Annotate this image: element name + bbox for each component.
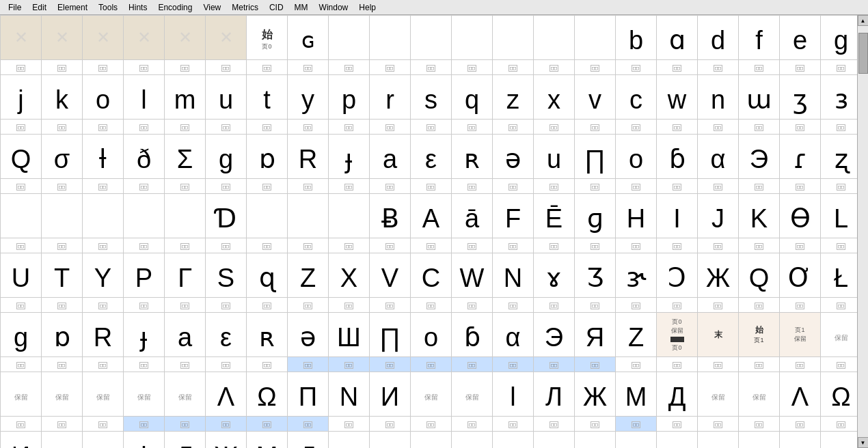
glyph-cell[interactable] [411, 16, 452, 60]
glyph-cell[interactable]: J [698, 194, 739, 238]
glyph-cell[interactable]: Л [165, 432, 206, 449]
glyph-cell-reserved[interactable]: 保留 [165, 372, 206, 417]
glyph-cell[interactable]: L [821, 194, 858, 238]
glyph-cell-fcq[interactable]: FC? [698, 432, 739, 449]
glyph-cell[interactable]: ɯ [739, 75, 780, 120]
glyph-cell-reserved[interactable]: 保留 [83, 372, 124, 417]
glyph-cell[interactable]: l [493, 372, 534, 417]
glyph-cell[interactable]: d [698, 16, 739, 60]
glyph-cell[interactable]: K [739, 194, 780, 238]
glyph-cell-special[interactable]: 末 [698, 313, 739, 357]
glyph-cell[interactable]: Ж [698, 253, 739, 298]
glyph-cell[interactable]: ɋ [247, 253, 288, 298]
glyph-cell[interactable]: N [493, 253, 534, 298]
glyph-cell[interactable]: o [411, 313, 452, 357]
menu-mm[interactable]: MM [289, 1, 314, 14]
glyph-cell-reserved[interactable]: 保留 [534, 432, 575, 449]
glyph-cell[interactable]: g [1, 313, 42, 357]
glyph-cell-fc3[interactable]: FC3 [657, 432, 698, 449]
glyph-cell-reserved[interactable]: 保留 [739, 372, 780, 417]
glyph-cell[interactable]: ɢ [288, 16, 329, 60]
glyph-cell[interactable]: R [288, 135, 329, 179]
glyph-cell[interactable]: ʒ [780, 75, 821, 120]
glyph-cell[interactable]: М [247, 432, 288, 449]
glyph-cell[interactable]: ɟ [329, 135, 370, 179]
glyph-cell[interactable]: Z [616, 313, 657, 357]
scroll-track[interactable] [858, 26, 869, 437]
glyph-cell[interactable]: ∏ [370, 313, 411, 357]
glyph-cell[interactable]: f [739, 16, 780, 60]
glyph-cell[interactable] [206, 16, 247, 60]
glyph-cell[interactable] [452, 16, 493, 60]
glyph-cell[interactable]: Л [534, 372, 575, 417]
glyph-cell[interactable]: ε [206, 313, 247, 357]
glyph-cell[interactable]: ʐ [821, 135, 858, 179]
glyph-cell[interactable] [1, 194, 42, 238]
glyph-cell[interactable]: ɝ [616, 253, 657, 298]
glyph-cell[interactable]: o [616, 135, 657, 179]
glyph-cell[interactable]: R [83, 313, 124, 357]
glyph-cell-special[interactable]: 始 页1 [739, 313, 780, 357]
glyph-cell[interactable]: И [370, 372, 411, 417]
glyph-grid-container[interactable]: 始 页0 ɢ b [0, 15, 857, 448]
glyph-cell[interactable] [247, 194, 288, 238]
glyph-cell[interactable]: a [370, 135, 411, 179]
glyph-cell[interactable]: a [165, 313, 206, 357]
glyph-cell-reserved[interactable]: 保留 [452, 372, 493, 417]
glyph-cell[interactable]: σ [42, 135, 83, 179]
glyph-cell[interactable]: m [165, 75, 206, 120]
glyph-cell-fc2[interactable]: FC2 [616, 432, 657, 449]
glyph-cell[interactable]: М [616, 372, 657, 417]
glyph-cell-reserved[interactable]: 保留 [1, 372, 42, 417]
glyph-cell[interactable]: ð [124, 135, 165, 179]
menu-hints[interactable]: Hints [123, 1, 152, 14]
glyph-cell[interactable]: C [411, 253, 452, 298]
glyph-cell-reserved[interactable]: 保留 [821, 313, 858, 357]
glyph-cell-reserved[interactable]: 保留 [83, 432, 124, 449]
glyph-cell[interactable] [1, 16, 42, 60]
glyph-cell[interactable]: x [534, 75, 575, 120]
glyph-cell[interactable]: ɓ [452, 313, 493, 357]
glyph-cell[interactable]: y [288, 75, 329, 120]
glyph-cell[interactable]: A [411, 194, 452, 238]
glyph-cell[interactable]: Д [288, 432, 329, 449]
glyph-cell-special[interactable]: 页0 保留 页0 [657, 313, 698, 357]
glyph-cell[interactable]: Π [288, 372, 329, 417]
glyph-cell[interactable] [42, 194, 83, 238]
glyph-cell[interactable]: W [452, 253, 493, 298]
glyph-cell[interactable]: Ш [329, 313, 370, 357]
glyph-cell[interactable] [370, 16, 411, 60]
glyph-cell[interactable]: p [329, 75, 370, 120]
glyph-cell[interactable]: Д [657, 372, 698, 417]
glyph-cell-reserved[interactable]: 保留 [411, 372, 452, 417]
glyph-cell[interactable]: Ơ [780, 253, 821, 298]
glyph-cell[interactable]: n [698, 75, 739, 120]
glyph-cell-reserved[interactable]: 保留 [739, 432, 780, 449]
glyph-cell[interactable]: P [124, 253, 165, 298]
menu-cid[interactable]: CID [264, 1, 289, 14]
glyph-cell[interactable]: ə [288, 313, 329, 357]
glyph-cell[interactable]: Э [739, 135, 780, 179]
glyph-cell[interactable]: ā [452, 194, 493, 238]
glyph-cell[interactable]: ɤ [534, 253, 575, 298]
glyph-cell[interactable]: s [411, 75, 452, 120]
menu-view[interactable]: View [198, 1, 226, 14]
glyph-cell[interactable] [124, 16, 165, 60]
glyph-cell-reserved[interactable]: 保留 [42, 432, 83, 449]
glyph-cell[interactable]: T [42, 253, 83, 298]
glyph-cell-reserved[interactable]: 保留 [329, 432, 370, 449]
glyph-cell[interactable] [493, 16, 534, 60]
glyph-cell[interactable] [534, 16, 575, 60]
glyph-cell-reserved[interactable]: 保留 [493, 432, 534, 449]
glyph-cell[interactable]: ə [493, 135, 534, 179]
glyph-cell[interactable]: U [1, 253, 42, 298]
glyph-cell[interactable]: j [1, 75, 42, 120]
glyph-cell[interactable]: Ƀ [370, 194, 411, 238]
glyph-cell[interactable]: X [329, 253, 370, 298]
menu-help[interactable]: Help [353, 1, 381, 14]
glyph-cell[interactable] [83, 194, 124, 238]
glyph-cell[interactable]: Э [534, 313, 575, 357]
glyph-cell[interactable]: H [616, 194, 657, 238]
glyph-cell[interactable]: F [493, 194, 534, 238]
glyph-cell[interactable]: Σ [165, 135, 206, 179]
